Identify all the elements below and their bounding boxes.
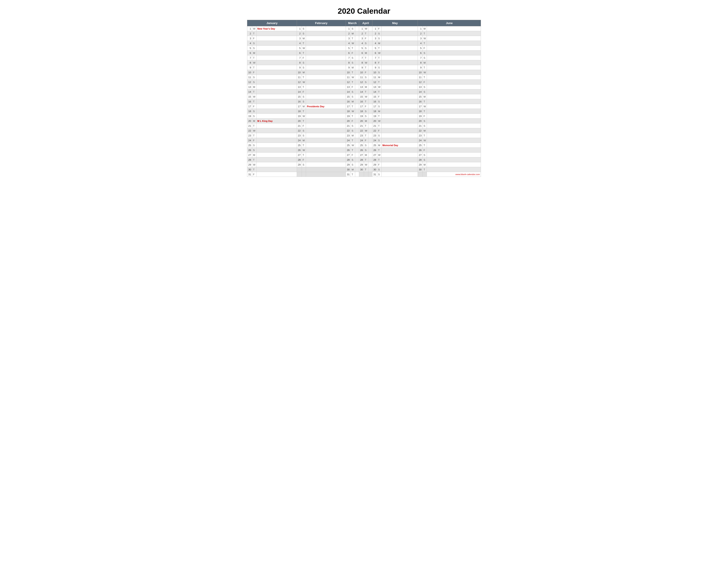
jan-holiday-11 <box>256 75 297 80</box>
jun-num-22: 22 <box>418 128 422 133</box>
apr-num-16: 16 <box>359 99 364 104</box>
may-num-2: 2 <box>372 31 377 36</box>
mar-day-7: S <box>351 55 355 60</box>
header-january: January <box>247 20 297 26</box>
mar-day-6: F <box>351 51 355 55</box>
feb-num-13: 13 <box>297 85 302 89</box>
jun-holiday-7 <box>427 55 481 60</box>
apr-num-30: 30 <box>359 167 364 172</box>
feb-num-2: 2 <box>297 31 302 36</box>
apr-day-30: T <box>364 167 368 172</box>
mar-num-12: 12 <box>346 80 351 85</box>
feb-day-29: S <box>302 162 306 167</box>
apr-num-19: 19 <box>359 114 364 118</box>
jun-holiday-9 <box>427 65 481 70</box>
mar-day-1: S <box>351 26 355 31</box>
apr-day-1: W <box>364 26 368 31</box>
table-row: 16T16S16M16T16S16T <box>247 99 481 104</box>
jan-day-7: T <box>252 55 257 60</box>
mar-day-10: T <box>351 70 355 75</box>
jan-holiday-31 <box>256 172 297 177</box>
jan-day-30: T <box>252 167 257 172</box>
jan-num-5: 5 <box>247 46 252 51</box>
jun-day-18: T <box>422 109 427 114</box>
jan-holiday-14 <box>256 89 297 94</box>
table-row: 3F3M3T3F3S3W <box>247 36 481 41</box>
apr-day-4: S <box>364 41 368 46</box>
mar-num-25: 25 <box>346 143 351 148</box>
may-day-4: M <box>377 41 381 46</box>
jun-num-5: 5 <box>418 46 422 51</box>
jan-holiday-3 <box>256 36 297 41</box>
apr-day-5: S <box>364 46 368 51</box>
feb-holiday-6 <box>306 51 346 55</box>
feb-day-17: M <box>302 104 306 109</box>
apr-day-14: T <box>364 89 368 94</box>
apr-holiday-4 <box>368 41 372 46</box>
jan-holiday-26 <box>256 148 297 152</box>
jan-day-15: W <box>252 94 257 99</box>
apr-holiday-17 <box>368 104 372 109</box>
apr-holiday-22 <box>368 128 372 133</box>
apr-holiday-21 <box>368 123 372 128</box>
apr-num-empty <box>359 172 364 177</box>
jan-day-20: M <box>252 118 257 123</box>
jun-num-13: 13 <box>418 85 422 89</box>
feb-day-7: F <box>302 55 306 60</box>
jun-num-14: 14 <box>418 89 422 94</box>
jan-num-2: 2 <box>247 31 252 36</box>
jan-num-27: 27 <box>247 152 252 157</box>
mar-holiday-21 <box>355 123 359 128</box>
mar-num-21: 21 <box>346 123 351 128</box>
jan-day-18: S <box>252 109 257 114</box>
jan-num-22: 22 <box>247 128 252 133</box>
apr-day-7: T <box>364 55 368 60</box>
table-row: 15W15S15S15W15F15M <box>247 94 481 99</box>
table-row: 18S18T18W18S18M18T <box>247 109 481 114</box>
jan-num-24: 24 <box>247 138 252 143</box>
mar-num-1: 1 <box>346 26 351 31</box>
may-holiday-3 <box>381 36 418 41</box>
jun-holiday-4 <box>427 41 481 46</box>
jun-day-29: M <box>422 162 427 167</box>
jan-day-24: F <box>252 138 257 143</box>
apr-holiday-5 <box>368 46 372 51</box>
feb-num-25: 25 <box>297 143 302 148</box>
jan-holiday-5 <box>256 46 297 51</box>
mar-holiday-2 <box>355 31 359 36</box>
jun-holiday-19 <box>427 114 481 118</box>
mar-holiday-14 <box>355 89 359 94</box>
jan-day-17: F <box>252 104 257 109</box>
may-num-11: 11 <box>372 75 377 80</box>
jan-day-16: T <box>252 99 257 104</box>
jun-num-29: 29 <box>418 162 422 167</box>
mar-num-18: 18 <box>346 109 351 114</box>
header-may: May <box>372 20 418 26</box>
apr-num-1: 1 <box>359 26 364 31</box>
apr-day-2: T <box>364 31 368 36</box>
jan-day-13: M <box>252 85 257 89</box>
feb-holiday-8 <box>306 60 346 65</box>
may-holiday-30 <box>381 167 418 172</box>
jun-holiday-24 <box>427 138 481 143</box>
apr-day-29: W <box>364 162 368 167</box>
feb-num-22: 22 <box>297 128 302 133</box>
jan-num-30: 30 <box>247 167 252 172</box>
jun-day-13: S <box>422 85 427 89</box>
feb-day-20: T <box>302 118 306 123</box>
may-day-6: W <box>377 51 381 55</box>
apr-num-13: 13 <box>359 85 364 89</box>
may-day-10: S <box>377 70 381 75</box>
jun-holiday-1 <box>427 26 481 31</box>
mar-holiday-3 <box>355 36 359 41</box>
may-holiday-13 <box>381 85 418 89</box>
mar-holiday-10 <box>355 70 359 75</box>
mar-day-22: S <box>351 128 355 133</box>
jun-num-9: 9 <box>418 65 422 70</box>
jun-day-10: W <box>422 70 427 75</box>
feb-holiday-24 <box>306 138 346 143</box>
mar-holiday-11 <box>355 75 359 80</box>
jun-num-26: 26 <box>418 148 422 152</box>
may-day-11: M <box>377 75 381 80</box>
mar-day-24: T <box>351 138 355 143</box>
